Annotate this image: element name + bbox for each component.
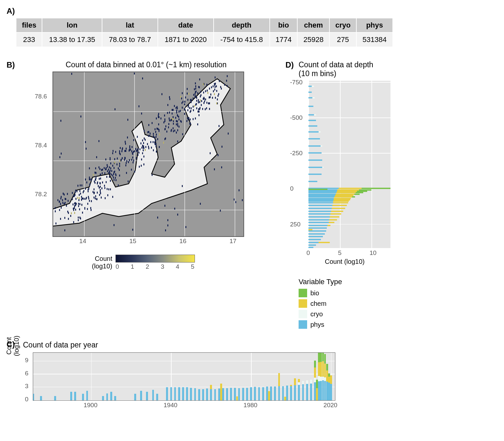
legend-item: bio (299, 289, 397, 297)
axis-tick: 0 (116, 263, 119, 270)
legend-title: Variable Type (299, 278, 397, 286)
axis-tick: 10 (369, 249, 376, 257)
figure: A) fileslonlatdatedepthbiochemcryophys 2… (7, 7, 400, 411)
axis-tick: 0 (306, 249, 310, 257)
axis-tick: 1980 (243, 402, 257, 409)
panel-c-ylabel: Count (log10) (5, 326, 20, 366)
axis-tick: 15 (129, 238, 136, 245)
panel-b-title: Count of data binned at 0.01° (~1 km) re… (66, 60, 227, 69)
table-header: lat (102, 18, 158, 32)
axis-tick: 6 (25, 370, 29, 377)
table-header: cryo (329, 18, 356, 32)
legend-swatch (299, 289, 307, 297)
table-cell: 25928 (297, 32, 329, 47)
axis-tick: 1900 (84, 402, 97, 409)
axis-tick: 2020 (324, 402, 337, 409)
summary-table: fileslonlatdatedepthbiochemcryophys 2331… (16, 18, 393, 47)
table-cell: 233 (16, 32, 42, 47)
year-plot (33, 352, 335, 401)
axis-tick: 1 (131, 263, 134, 270)
axis-tick: 250 (290, 221, 301, 228)
panel-c-title: Count of data per year (23, 341, 98, 349)
axis-tick: 2 (146, 263, 149, 270)
colorbar-legend: Count (log10) 012345 (92, 255, 279, 270)
panel-c: C) Count of data per year Count (log10) … (7, 340, 341, 411)
map-plot (52, 72, 244, 237)
legend-swatch (299, 310, 307, 318)
legend-swatch (299, 299, 307, 308)
table-cell: 78.03 to 78.7 (102, 32, 158, 47)
axis-tick: 78.4 (35, 142, 47, 149)
panel-a-label: A) (7, 7, 400, 16)
panel-d-xlabel: Count (log10) (325, 258, 365, 265)
table-header: files (16, 18, 42, 32)
legend-item: cryo (299, 310, 397, 318)
legend-label: phys (310, 321, 324, 328)
colorbar-title: Count (log10) (92, 255, 112, 270)
table-cell: 13.38 to 17.35 (42, 32, 102, 47)
variable-type-legend: Variable Type biochemcryophys (299, 278, 397, 329)
axis-tick: 17 (229, 238, 236, 245)
axis-tick: 9 (25, 357, 29, 364)
axis-tick: -250 (290, 150, 303, 157)
legend-item: phys (299, 320, 397, 329)
table-header: chem (297, 18, 329, 32)
table-cell: 275 (329, 32, 356, 47)
panel-b-label: B) (7, 60, 23, 70)
axis-tick: 78.2 (35, 191, 47, 198)
panel-d-title: Count of data at depth (10 m bins) (299, 60, 384, 78)
panel-d: D) Count of data at depth (10 m bins) -7… (285, 60, 397, 331)
panel-a: A) fileslonlatdatedepthbiochemcryophys 2… (7, 7, 400, 47)
axis-tick: 3 (161, 263, 164, 270)
legend-label: bio (310, 289, 319, 297)
axis-tick: -750 (290, 79, 303, 86)
table-cell: 1774 (270, 32, 298, 47)
legend-swatch (299, 320, 307, 329)
table-cell: -754 to 415.8 (214, 32, 270, 47)
axis-tick: 5 (191, 263, 195, 270)
axis-tick: -500 (290, 114, 303, 121)
axis-tick: 16 (179, 238, 186, 245)
axis-tick: 4 (176, 263, 179, 270)
axis-tick: 5 (338, 249, 342, 257)
axis-tick: 0 (25, 396, 29, 403)
table-header: phys (356, 18, 393, 32)
table-cell: 1871 to 2020 (158, 32, 214, 47)
depth-plot (308, 81, 390, 248)
table-header: bio (270, 18, 298, 32)
axis-tick: 78.6 (35, 93, 47, 100)
legend-label: chem (310, 300, 326, 307)
panel-d-label: D) (285, 60, 299, 77)
table-header: depth (214, 18, 270, 32)
table-header: date (158, 18, 214, 32)
table-cell: 531384 (356, 32, 393, 47)
table-header: lon (42, 18, 102, 32)
legend-item: chem (299, 299, 397, 308)
panel-b: B) Count of data binned at 0.01° (~1 km)… (7, 60, 279, 270)
axis-tick: 14 (79, 238, 86, 245)
axis-tick: 3 (25, 383, 29, 390)
axis-tick: 1940 (163, 402, 177, 409)
legend-label: cryo (310, 310, 323, 318)
axis-tick: 0 (290, 185, 294, 192)
colorbar (116, 255, 195, 262)
